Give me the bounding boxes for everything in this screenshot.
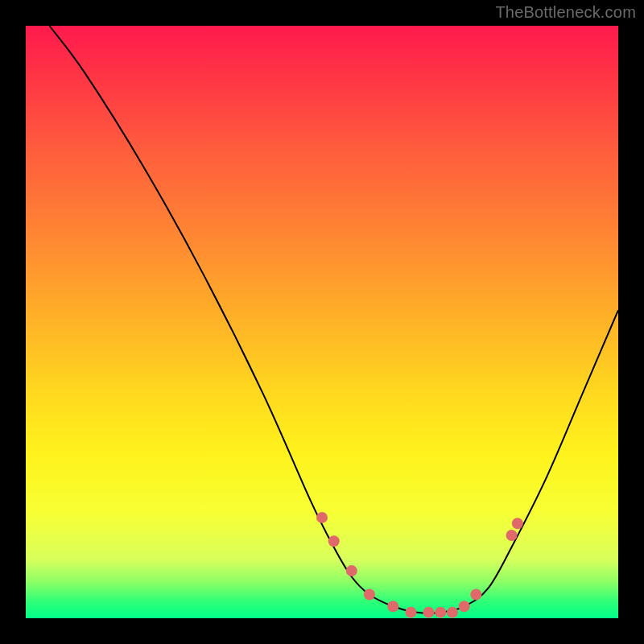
chart-frame: TheBottleneck.com [0, 0, 644, 644]
marker-point [316, 512, 328, 523]
marker-point [459, 601, 470, 612]
marker-point [447, 607, 458, 618]
marker-point [512, 518, 523, 529]
plot-area [26, 26, 618, 618]
marker-point [328, 535, 340, 547]
marker-point [387, 601, 398, 612]
curve-svg [26, 26, 618, 618]
marker-point [346, 565, 357, 576]
marker-point [364, 589, 375, 601]
marker-group [316, 512, 523, 618]
marker-point [435, 607, 446, 618]
marker-point [405, 607, 416, 618]
marker-point [423, 607, 434, 618]
credit-text: TheBottleneck.com [495, 3, 636, 22]
series-curve [49, 26, 618, 613]
marker-point [506, 530, 518, 541]
marker-point [470, 589, 481, 601]
